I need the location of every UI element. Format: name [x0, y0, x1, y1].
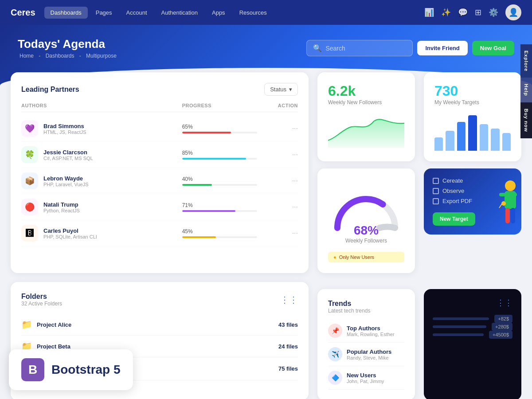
bar-item: [491, 129, 499, 151]
bar-item: [434, 137, 443, 151]
breadcrumb-dashboards[interactable]: Dashboards: [46, 53, 74, 59]
new-goal-button[interactable]: New Goal: [472, 41, 514, 55]
nav-dashboards[interactable]: Dashboards: [44, 7, 88, 19]
search-icon: 🔍: [313, 44, 322, 52]
table-row: 💜 Brad Simmons HTML, JS, ReactJS 65% ···: [21, 116, 298, 142]
progress-container: 65%: [182, 124, 262, 133]
rb-bar-row: +280$: [433, 323, 512, 331]
trend-sub: John, Pat, Jimmy: [347, 379, 384, 384]
table-row: 🅱 Carles Puyol PHP, SQLite, Artisan CLI …: [21, 220, 298, 246]
help-tab[interactable]: Help: [520, 78, 532, 102]
progress-label: 85%: [182, 150, 257, 156]
partners-card: Leading Partners Status ▾ AUTHORS PROGRE…: [11, 72, 309, 273]
table-row: 🔴 Natali Trump Python, ReactJS 71% ···: [21, 194, 298, 220]
folder-info: 📁 Project Alice: [21, 319, 71, 330]
progress-bar: [182, 236, 216, 238]
breadcrumb-multipurpose: Multipurpose: [86, 53, 117, 59]
user-avatar[interactable]: 👤: [505, 4, 521, 20]
breadcrumb-sep2: -: [79, 53, 82, 59]
search-box: 🔍: [306, 40, 413, 56]
action-dots[interactable]: ···: [262, 125, 298, 133]
list-item: ✈️ Popular Authors Randy, Steve, Mike: [328, 343, 404, 366]
nav-authentication[interactable]: Authentication: [155, 7, 204, 19]
trend-name: Top Authors: [347, 325, 395, 332]
more-icon[interactable]: ⋮⋮: [280, 294, 298, 305]
bar-chart-icon[interactable]: 📊: [424, 8, 434, 17]
action-dots[interactable]: ···: [262, 229, 298, 237]
partner-avatar: 🍀: [21, 146, 38, 163]
status-dropdown[interactable]: Status ▾: [264, 83, 298, 96]
progress-bar-bg: [182, 236, 257, 238]
progress-container: 71%: [182, 202, 262, 212]
rb-dots-icon: ⋮⋮: [433, 298, 512, 308]
partner-avatar: 💜: [21, 120, 38, 137]
progress-label: 40%: [182, 176, 257, 182]
folders-title: Folders: [21, 293, 62, 301]
action-dots[interactable]: ···: [262, 177, 298, 185]
partner-name: Natali Trump: [43, 201, 80, 208]
breadcrumb-home[interactable]: Home: [20, 53, 34, 59]
option-label: Cereate: [442, 177, 463, 184]
search-input[interactable]: [325, 45, 406, 52]
breadcrumb-sep1: -: [39, 53, 42, 59]
progress-container: 40%: [182, 176, 262, 186]
nav-account[interactable]: Account: [120, 7, 153, 19]
sparkle-icon[interactable]: ✨: [441, 8, 451, 17]
partner-skills: PHP, SQLite, Artisan CLI: [43, 234, 97, 239]
progress-container: 45%: [182, 228, 262, 238]
nav-pages[interactable]: Pages: [90, 7, 118, 19]
partner-avatar: 🅱: [21, 225, 38, 242]
action-dots[interactable]: ···: [262, 203, 298, 211]
trend-icon: 🔷: [328, 371, 342, 385]
folders-subtitle: 32 Active Folders: [21, 301, 62, 307]
partner-info: 🔴 Natali Trump Python, ReactJS: [21, 199, 182, 215]
gauge-card: 68% Weekly Followers ● Only New Users: [317, 168, 415, 273]
brand-logo: Ceres: [11, 8, 35, 18]
partners-title: Leading Partners: [21, 86, 79, 94]
checkbox-icon: [433, 188, 439, 194]
svg-rect-5: [511, 208, 515, 223]
navbar: Ceres Dashboards Pages Account Authentic…: [0, 0, 532, 25]
action-dots[interactable]: ···: [262, 151, 298, 159]
header-top: Todays' Agenda Home - Dashboards - Multi…: [18, 37, 514, 59]
col-progress: PROGRESS: [182, 103, 262, 108]
rb-bar: [433, 333, 484, 336]
svg-point-0: [505, 180, 516, 191]
target-label: My Weekly Targets: [434, 99, 511, 106]
buy-now-tab[interactable]: Buy now: [520, 102, 532, 138]
progress-bar: [182, 158, 246, 160]
new-target-button[interactable]: New Target: [433, 212, 475, 226]
svg-rect-4: [505, 208, 510, 223]
chat-icon[interactable]: 💬: [458, 8, 468, 17]
followers-label: Weekly New Followers: [328, 99, 404, 106]
gauge-label: Weekly Followers: [345, 238, 387, 244]
partners-list: 💜 Brad Simmons HTML, JS, ReactJS 65% ···…: [21, 116, 298, 246]
option-label: Export PDF: [442, 198, 472, 204]
chevron-down-icon: ▾: [289, 86, 292, 93]
invite-friend-button[interactable]: Invite Friend: [417, 41, 467, 55]
bar-item: [446, 131, 454, 151]
bar-item: [480, 124, 488, 151]
trends-card: Trends Latest tech trends 📌 Top Authors …: [317, 289, 415, 399]
bar-item: [502, 133, 511, 151]
trend-name: New Users: [347, 372, 384, 379]
partner-skills: HTML, JS, ReactJS: [43, 129, 86, 135]
explore-tab[interactable]: Explore: [520, 44, 532, 78]
nav-resources[interactable]: Resources: [233, 7, 273, 19]
table-row: 🍀 Jessie Clarcson C#, ASP.NET, MS SQL 85…: [21, 142, 298, 168]
rb-bar: [433, 325, 486, 328]
rb-bar-row: +4500$: [433, 331, 512, 339]
followers-count: 6.2k: [328, 83, 404, 99]
nav-apps[interactable]: Apps: [206, 7, 231, 19]
settings-icon[interactable]: ⚙️: [489, 8, 498, 17]
partner-info: 💜 Brad Simmons HTML, JS, ReactJS: [21, 120, 182, 137]
gauge-note: ● Only New Users: [328, 252, 404, 262]
list-item[interactable]: 📁 Project Alice 43 files: [21, 314, 298, 336]
bootstrap-label: Bootstrap 5: [51, 363, 121, 377]
partner-name: Lebron Wayde: [43, 175, 89, 182]
folder-name: Project Alice: [37, 321, 71, 328]
bar-chart: [434, 111, 511, 151]
trend-icon: ✈️: [328, 347, 342, 361]
partners-header: Leading Partners Status ▾: [21, 83, 298, 96]
grid-icon[interactable]: ⊞: [475, 8, 481, 17]
